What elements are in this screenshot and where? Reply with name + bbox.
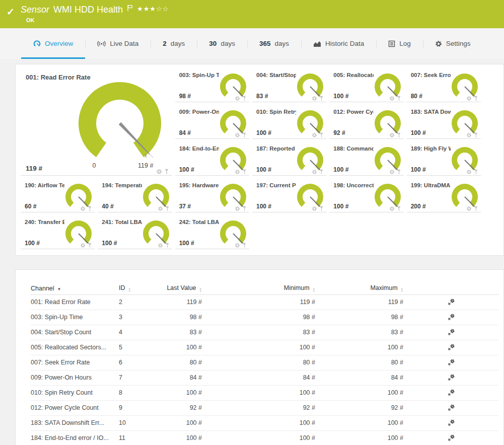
col-header-last-value[interactable]: Last Value▲▼ bbox=[152, 282, 202, 294]
gauge-tile[interactable]: 198: Uncorrectable Se... 100 # bbox=[329, 180, 403, 216]
pin-icon[interactable] bbox=[397, 131, 401, 140]
pin-icon[interactable] bbox=[88, 241, 92, 250]
gear-icon[interactable] bbox=[80, 241, 86, 250]
gear-icon[interactable] bbox=[235, 94, 240, 103]
pin-icon[interactable] bbox=[397, 204, 401, 213]
cell-channel[interactable]: 183: SATA Downshift Err... bbox=[31, 415, 119, 430]
channel-settings-gears-icon[interactable] bbox=[403, 434, 499, 442]
gear-icon[interactable] bbox=[312, 94, 317, 103]
gauge-tile[interactable]: 003: Spin-Up Time 98 # bbox=[175, 69, 249, 106]
pin-icon[interactable] bbox=[242, 241, 247, 250]
flag-icon[interactable] bbox=[127, 5, 133, 14]
gauge-tile[interactable]: 241: Total LBAs Written 100 # bbox=[98, 216, 172, 253]
pin-icon[interactable] bbox=[474, 204, 478, 213]
gauge-tile[interactable]: 183: SATA Downshift E... 100 # bbox=[407, 106, 481, 143]
gear-icon[interactable] bbox=[389, 94, 395, 103]
gauge-tile[interactable]: 240: Transfer Error Rate 100 # bbox=[21, 216, 95, 253]
channel-row[interactable]: 005: Reallocated Sectors... 5 100 # 100 … bbox=[31, 340, 499, 355]
gear-icon[interactable] bbox=[466, 131, 472, 140]
channel-row[interactable]: 007: Seek Error Rate 6 80 # 80 # 80 # bbox=[31, 355, 499, 370]
pin-icon[interactable] bbox=[319, 131, 324, 140]
col-header-maximum[interactable]: Maximum▲▼ bbox=[315, 282, 403, 294]
col-header-channel[interactable]: Channel▼ bbox=[31, 282, 119, 294]
pin-icon[interactable] bbox=[165, 204, 170, 213]
gauge-tile[interactable]: 199: UltraDMA CRC Err... 200 # bbox=[407, 180, 481, 216]
gauge-tile[interactable]: 242: Total LBAs Read 100 # bbox=[175, 216, 249, 253]
gauge-tile[interactable]: 184: End-to-End error /... 100 # bbox=[175, 143, 249, 180]
channel-row[interactable]: 184: End-to-End error / IO... 11 100 # 1… bbox=[31, 430, 499, 445]
gear-icon[interactable] bbox=[235, 131, 240, 140]
tab-2-days[interactable]: 2days bbox=[151, 28, 197, 59]
cell-channel[interactable]: 001: Read Error Rate bbox=[31, 294, 119, 310]
gear-icon[interactable] bbox=[158, 204, 163, 213]
gauge-tile-main[interactable]: 001: Read Error Rate 0 119 # x̄ 119 # bbox=[21, 69, 172, 180]
gauge-tile[interactable]: 004: Start/Stop Count 83 # bbox=[252, 69, 326, 106]
tab-settings[interactable]: Settings bbox=[423, 28, 483, 59]
channel-settings-gears-icon[interactable] bbox=[403, 419, 499, 427]
channel-row[interactable]: 004: Start/Stop Count 4 83 # 83 # 83 # bbox=[31, 325, 499, 340]
cell-channel[interactable]: 012: Power Cycle Count bbox=[31, 400, 119, 415]
channel-settings-gears-icon[interactable] bbox=[403, 328, 499, 336]
col-header-id[interactable]: ID▲▼ bbox=[119, 282, 152, 294]
pin-icon[interactable] bbox=[242, 131, 247, 140]
gauge-tile[interactable]: 189: High Fly Writes 100 # bbox=[407, 143, 481, 180]
tab-30-days[interactable]: 30days bbox=[197, 28, 247, 59]
channel-row[interactable]: 003: Spin-Up Time 3 98 # 98 # 98 # bbox=[31, 310, 499, 325]
gear-icon[interactable] bbox=[389, 168, 395, 177]
cell-channel[interactable]: 184: End-to-End error / IO... bbox=[31, 430, 119, 445]
tab-overview[interactable]: Overview bbox=[21, 28, 85, 59]
gear-icon[interactable] bbox=[466, 168, 472, 177]
pin-icon[interactable] bbox=[165, 241, 170, 250]
channel-settings-gears-icon[interactable] bbox=[403, 358, 499, 366]
gauge-tile[interactable]: 190: Airflow Temperat... 60 # bbox=[21, 180, 95, 216]
tab-365-days[interactable]: 365days bbox=[247, 28, 301, 59]
pin-icon[interactable] bbox=[474, 168, 478, 177]
pin-icon[interactable] bbox=[164, 168, 169, 177]
pin-icon[interactable] bbox=[474, 131, 478, 140]
gear-icon[interactable] bbox=[156, 168, 162, 177]
channel-settings-gears-icon[interactable] bbox=[403, 313, 499, 321]
gear-icon[interactable] bbox=[466, 204, 472, 213]
gear-icon[interactable] bbox=[235, 204, 240, 213]
gear-icon[interactable] bbox=[466, 94, 472, 103]
gauge-tile[interactable]: 007: Seek Error Rate 80 # bbox=[407, 69, 481, 106]
channel-row[interactable]: 009: Power-On Hours 7 84 # 84 # 84 # bbox=[31, 370, 499, 385]
gear-icon[interactable] bbox=[312, 131, 317, 140]
tab-historic-data[interactable]: Historic Data bbox=[301, 28, 376, 59]
pin-icon[interactable] bbox=[242, 204, 247, 213]
channel-settings-gears-icon[interactable] bbox=[403, 404, 499, 412]
channel-row[interactable]: 001: Read Error Rate 2 119 # 119 # 119 # bbox=[31, 294, 499, 310]
gauge-tile[interactable]: 010: Spin Retry Count 100 # bbox=[252, 106, 326, 143]
gear-icon[interactable] bbox=[312, 204, 317, 213]
channel-settings-gears-icon[interactable] bbox=[403, 374, 499, 382]
cell-channel[interactable]: 003: Spin-Up Time bbox=[31, 310, 119, 325]
gauge-tile[interactable]: 194: Temperature Cels... 40 # bbox=[98, 180, 172, 216]
gear-icon[interactable] bbox=[158, 241, 163, 250]
gauge-tile[interactable]: 005: Reallocated Secto... 100 # bbox=[329, 69, 403, 106]
col-header-minimum[interactable]: Minimum▲▼ bbox=[202, 282, 315, 294]
cell-channel[interactable]: 005: Reallocated Sectors... bbox=[31, 340, 119, 355]
gauge-tile[interactable]: 009: Power-On Hours 84 # bbox=[175, 106, 249, 143]
channel-row[interactable]: 183: SATA Downshift Err... 10 100 # 100 … bbox=[31, 415, 499, 430]
pin-icon[interactable] bbox=[319, 168, 324, 177]
gauge-tile[interactable]: 187: Reported Uncorre... 100 # bbox=[252, 143, 326, 180]
pin-icon[interactable] bbox=[88, 204, 92, 213]
pin-icon[interactable] bbox=[397, 94, 401, 103]
pin-icon[interactable] bbox=[319, 94, 324, 103]
gauge-tile[interactable]: 188: Command Timeout 100 # bbox=[329, 143, 403, 180]
priority-stars[interactable]: ★★★☆☆ bbox=[137, 5, 169, 13]
pin-icon[interactable] bbox=[474, 94, 478, 103]
channel-row[interactable]: 012: Power Cycle Count 9 92 # 92 # 92 # bbox=[31, 400, 499, 415]
cell-channel[interactable]: 007: Seek Error Rate bbox=[31, 355, 119, 370]
gear-icon[interactable] bbox=[235, 168, 240, 177]
gear-icon[interactable] bbox=[389, 204, 395, 213]
tab-live-data[interactable]: Live Data bbox=[85, 28, 151, 59]
channel-row[interactable]: 010: Spin Retry Count 8 100 # 100 # 100 … bbox=[31, 385, 499, 400]
cell-channel[interactable]: 004: Start/Stop Count bbox=[31, 325, 119, 340]
gear-icon[interactable] bbox=[312, 168, 317, 177]
channel-settings-gears-icon[interactable] bbox=[403, 298, 499, 306]
tab-log[interactable]: Log bbox=[376, 28, 423, 59]
gauge-tile[interactable]: 195: Hardware ECC Re... 37 # bbox=[175, 180, 249, 216]
gear-icon[interactable] bbox=[80, 204, 86, 213]
gear-icon[interactable] bbox=[389, 131, 395, 140]
